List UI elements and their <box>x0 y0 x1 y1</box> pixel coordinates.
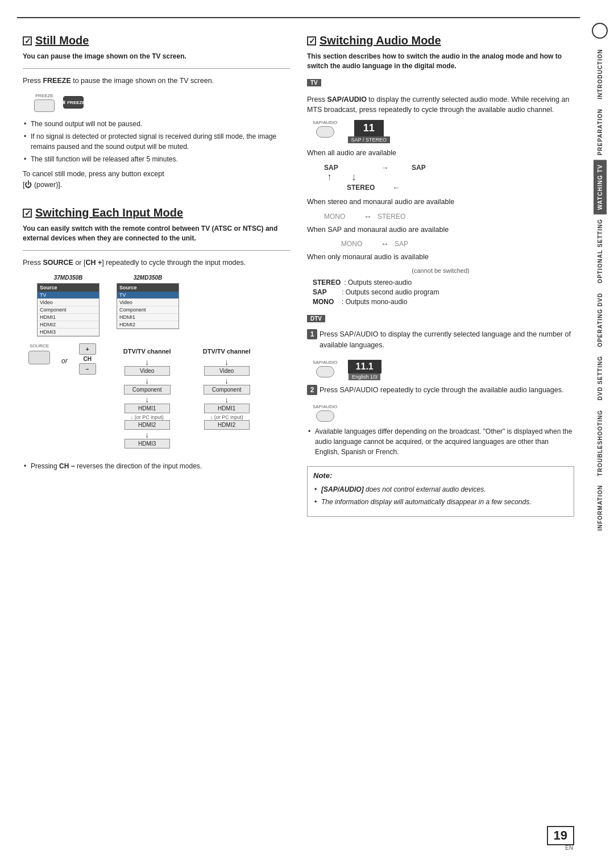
model2-label: 32MD350B <box>134 275 163 281</box>
flow-arrow-2: ↓ <box>145 377 149 385</box>
flow-label-1: DTV/TV channel <box>123 348 171 355</box>
tv-badge-container: TV <box>307 78 574 90</box>
audio-diagram-sap: SAP → SAP ↑ ↓ STEREO ← <box>313 163 574 192</box>
mono-key: MONO <box>313 298 338 306</box>
bullet-item-1: The sound output will not be paused. <box>23 119 290 129</box>
audio-mode-section: Switching Audio Mode This section descri… <box>307 34 574 517</box>
audio-descriptions: STEREO : Outputs stereo-audio SAP : Outp… <box>307 279 574 306</box>
sap-audio-label: SAP/AUDIO <box>313 120 338 125</box>
model1-label: 37MD350B <box>54 275 83 281</box>
sidebar-tab-optional: OPTIONAL SETTING <box>594 214 607 288</box>
right-column: Switching Audio Mode This section descri… <box>307 34 574 517</box>
freeze-button-left: FREEZE <box>34 93 55 112</box>
stereo-label: STEREO <box>347 184 381 192</box>
freeze-illustration: FREEZE ⏸ FREEZE <box>34 93 290 112</box>
stereo-desc-row: STEREO : Outputs stereo-audio <box>313 279 574 286</box>
sap-desc: : Outputs second audio program <box>342 288 439 296</box>
input-mode-bullets: Pressing CH − reverses the direction of … <box>23 461 290 471</box>
audio-mode-title: Switching Audio Mode <box>307 34 574 47</box>
audio-row-sap: MONO ↔ SAP <box>341 239 574 248</box>
mono-desc-row: MONO : Outputs mono-audio <box>313 298 574 306</box>
menu1-item-1: Video <box>38 299 99 306</box>
channel-number: 11 <box>354 120 384 136</box>
still-mode-bullets: The sound output will not be paused. If … <box>23 119 290 164</box>
menu1-item-4: HDMI2 <box>38 321 99 329</box>
sidebar-circle <box>592 23 608 39</box>
left-column: Still Mode You can pause the image shown… <box>23 34 290 517</box>
input-mode-subtitle: You can easily switch with the remote co… <box>23 224 290 243</box>
step1-text: Press SAP/AUDIO to display the currently… <box>320 329 574 351</box>
input-col-32: 32MD350B Source TV Video Component HDMI1… <box>114 275 182 337</box>
sap-audio-btn: SAP/AUDIO <box>313 120 338 138</box>
note-bullets: [SAP/AUDIO] does not control external au… <box>313 484 568 507</box>
cancel-text: To cancel still mode, press any button e… <box>23 169 290 191</box>
menu1-item-5: HDMI3 <box>38 329 99 336</box>
dtv-badge: DTV <box>307 315 325 322</box>
channel-display-block: 11 SAP / STEREO <box>348 120 390 143</box>
oval-btn <box>316 126 334 138</box>
flow-arrow-5: ↓ <box>225 358 229 366</box>
dtv-sap-btn: SAP/AUDIO <box>313 360 338 377</box>
menu2-header: Source <box>117 284 179 292</box>
stereo-available: When stereo and monaural audio are avail… <box>307 197 574 207</box>
dtv-sub-label: English 1/3 <box>349 373 381 380</box>
still-mode-body: Press FREEZE to pause the image shown on… <box>23 76 290 86</box>
step2-num: 2 <box>307 385 317 395</box>
note-item-2: The information display will automatical… <box>313 497 568 507</box>
ch-label: CH <box>83 356 91 362</box>
step2-sap-box: SAP/AUDIO <box>313 404 574 422</box>
flow-label-2: DTV/TV channel <box>203 348 251 355</box>
arrow-sap-sap: → <box>381 163 389 172</box>
right-sidebar: INTRODUCTION PREPARATION WATCHING TV OPT… <box>586 0 614 868</box>
step1-row: 1 Press SAP/AUDIO to display the current… <box>307 329 574 355</box>
sidebar-tab-information: INFORMATION <box>594 480 607 535</box>
mono-label-1: MONO <box>324 213 358 221</box>
input-mode-diagrams: 37MD350B Source TV Video Component HDMI1… <box>34 275 290 337</box>
channel-sub-label: SAP / STEREO <box>348 136 390 143</box>
menu1-item-0: TV <box>38 292 99 299</box>
freeze-button-right: ⏸ FREEZE <box>63 96 84 109</box>
step2-row: 2 Press SAP/AUDIO repeatedly to cycle th… <box>307 385 574 400</box>
ch-btn-container: + CH − <box>79 343 96 375</box>
flow-box-video-1: Video <box>125 366 170 376</box>
still-mode-divider <box>23 68 290 69</box>
page-container: INTRODUCTION PREPARATION WATCHING TV OPT… <box>0 0 614 868</box>
flow-box-hdmi1-1: HDMI1 <box>125 404 170 413</box>
flow-arrow-7: ↓ <box>225 396 229 404</box>
menu2-item-1: Video <box>117 299 179 306</box>
note-box: Note: [SAP/AUDIO] does not control exter… <box>307 466 574 517</box>
source-label: SOURCE <box>30 343 49 348</box>
note-item-1: [SAP/AUDIO] does not control external au… <box>313 484 568 495</box>
menu2-item-2: Component <box>117 306 179 314</box>
or-text: or <box>61 357 68 365</box>
mono-desc: : Outputs mono-audio <box>342 298 407 306</box>
menu2-item-0: TV <box>117 292 179 299</box>
still-mode-section: Still Mode You can pause the image shown… <box>23 34 290 190</box>
all-audio-available: When all audio are available <box>307 148 574 159</box>
step2-oval-btn <box>316 410 334 422</box>
flow-arrow-6: ↓ <box>225 377 229 385</box>
flow-pcinput-1: ↓ (or PC input) <box>131 414 164 420</box>
freeze-btn-dark: ⏸ FREEZE <box>63 96 84 109</box>
top-border <box>17 17 580 18</box>
input-mode-body: Press SOURCE or [CH +] repeatedly to cyc… <box>23 258 290 268</box>
remote-section: SOURCE or + CH − DTV/TV channel ↓ <box>28 343 290 454</box>
ch-plus-btn: + <box>79 343 96 355</box>
menu1-header: Source <box>38 284 99 292</box>
cannot-switch: (cannot be switched) <box>307 267 574 274</box>
sap-label-1: SAP <box>324 164 358 172</box>
sap-available: When SAP and monaural audio are availabl… <box>307 225 574 235</box>
dtv-display-box: SAP/AUDIO 11.1 English 1/3 <box>313 360 574 380</box>
bullet-item-3: The still function will be released afte… <box>23 154 290 164</box>
note-title: Note: <box>313 471 568 480</box>
step2-sap-label: SAP/AUDIO <box>313 404 338 409</box>
source-btn <box>28 351 50 364</box>
arrow-both-1: ↔ <box>364 212 372 221</box>
step2-bullets: Available languages differ depending on … <box>307 426 574 457</box>
mono-label-2: MONO <box>341 240 375 248</box>
flow-col-1: DTV/TV channel ↓ Video ↓ Component ↓ HDM… <box>113 348 181 450</box>
sap-key: SAP <box>313 288 338 296</box>
menu1-item-2: Component <box>38 306 99 314</box>
flow-box-video-2: Video <box>204 366 250 376</box>
freeze-btn-shape <box>34 99 55 112</box>
